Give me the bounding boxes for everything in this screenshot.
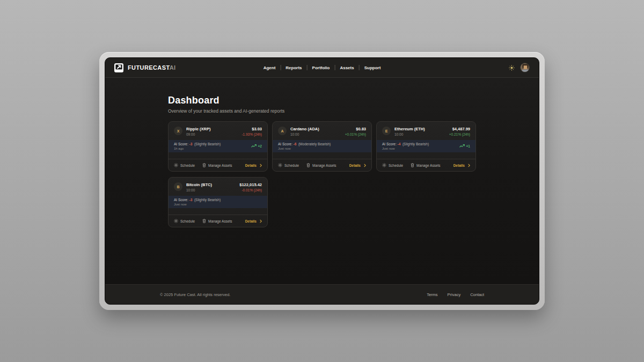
ai-score-label: AI Score: xyxy=(174,142,188,146)
asset-change: -0.01% (24h) xyxy=(239,188,262,192)
asset-card-ripple: X Ripple (XRP) 09:00 $3.03 -1.93% (24h) xyxy=(168,121,268,172)
schedule-button[interactable]: Schedule xyxy=(174,163,195,167)
asset-card-cardano: A Cardano (ADA) 10:00 $0.83 +0.01% (24h) xyxy=(272,121,372,172)
chevron-right-icon xyxy=(468,164,470,167)
manage-assets-button[interactable]: Manage Assets xyxy=(306,163,336,167)
asset-card-bitcoin: B Bitcoin (BTC) 10:00 $122,015.42 -0.01%… xyxy=(168,177,268,227)
ai-score-value: -3 xyxy=(189,198,193,202)
footer-link-contact[interactable]: Contact xyxy=(470,292,484,297)
schedule-button[interactable]: Schedule xyxy=(382,163,403,167)
footer: © 2025 Future Cast. All rights reserved.… xyxy=(105,284,539,304)
page-subtitle: Overview of your tracked assets and AI-g… xyxy=(168,108,476,114)
footer-link-privacy[interactable]: Privacy xyxy=(448,292,461,297)
trend-badge: +1 xyxy=(459,144,470,148)
asset-change: +0.21% (24h) xyxy=(449,132,470,136)
manage-assets-button[interactable]: Manage Assets xyxy=(411,163,440,167)
asset-price: $3.03 xyxy=(241,127,262,131)
asset-coin-icon: X xyxy=(174,127,182,135)
footer-links: Terms Privacy Contact xyxy=(427,292,484,297)
asset-coin-icon: E xyxy=(382,127,391,135)
user-avatar[interactable] xyxy=(520,63,530,72)
main-content: Dashboard Overview of your tracked asset… xyxy=(105,78,539,284)
asset-coin-icon: A xyxy=(278,127,287,135)
brand-logo-icon xyxy=(114,63,123,72)
brand-name: FUTURECASTAI xyxy=(128,64,176,71)
ai-score-band: AI Score: -3 (Slightly Bearish) 1h ago +… xyxy=(169,140,267,152)
details-button[interactable]: Details xyxy=(245,164,262,167)
ai-score-value: -6 xyxy=(294,142,297,146)
asset-card-ethereum: E Ethereum (ETH) 10:00 $4,487.99 +0.21% … xyxy=(376,121,476,172)
ai-score-band: AI Score: -3 (Slightly Bearish) Just now xyxy=(169,196,267,208)
manage-assets-button[interactable]: Manage Assets xyxy=(202,219,232,223)
nav-item-portfolio[interactable]: Portfolio xyxy=(308,65,335,70)
asset-price: $0.83 xyxy=(345,127,366,131)
device-frame: FUTURECASTAI Agent Reports Portfolio Ass… xyxy=(99,52,545,310)
asset-name: Bitcoin (BTC) xyxy=(186,182,212,187)
gear-icon xyxy=(278,163,282,167)
trend-badge: +2 xyxy=(251,144,262,148)
details-button[interactable]: Details xyxy=(349,164,366,167)
nav-item-reports[interactable]: Reports xyxy=(281,65,306,70)
gear-icon xyxy=(174,219,178,223)
details-button[interactable]: Details xyxy=(245,219,262,223)
ai-score-label: AI Score: xyxy=(278,142,292,146)
asset-time: 10:00 xyxy=(394,132,425,136)
asset-change: -1.93% (24h) xyxy=(241,132,262,136)
ai-sentiment: (Moderately Bearish) xyxy=(298,142,331,146)
top-navigation-bar: FUTURECASTAI Agent Reports Portfolio Ass… xyxy=(105,58,539,78)
manage-assets-button[interactable]: Manage Assets xyxy=(202,163,232,167)
ai-score-label: AI Score: xyxy=(174,198,188,202)
ai-score-value: -4 xyxy=(398,142,401,146)
nav-item-support[interactable]: Support xyxy=(360,65,386,70)
ai-sentiment: (Slightly Bearish) xyxy=(402,142,429,146)
theme-toggle-sun-icon[interactable] xyxy=(509,65,515,71)
asset-time: 09:00 xyxy=(186,132,210,136)
asset-time: 10:00 xyxy=(186,188,212,192)
asset-cards-grid: X Ripple (XRP) 09:00 $3.03 -1.93% (24h) xyxy=(168,121,476,227)
nav-item-agent[interactable]: Agent xyxy=(259,65,281,70)
asset-time: 10:00 xyxy=(290,132,319,136)
gear-icon xyxy=(382,163,386,167)
ai-updated: Just now xyxy=(382,147,429,150)
trash-icon xyxy=(411,163,414,167)
asset-name: Ripple (XRP) xyxy=(186,127,210,131)
asset-price: $122,015.42 xyxy=(239,182,262,187)
ai-sentiment: (Slightly Bearish) xyxy=(194,198,221,202)
asset-change: +0.01% (24h) xyxy=(345,132,366,136)
asset-name: Ethereum (ETH) xyxy=(394,127,425,131)
asset-name: Cardano (ADA) xyxy=(290,127,319,131)
gear-icon xyxy=(174,163,178,167)
copyright-text: © 2025 Future Cast. All rights reserved. xyxy=(160,292,230,297)
ai-sentiment: (Slightly Bearish) xyxy=(194,142,221,146)
trash-icon xyxy=(202,219,206,223)
schedule-button[interactable]: Schedule xyxy=(174,219,195,223)
asset-coin-icon: B xyxy=(174,182,182,191)
chevron-right-icon xyxy=(364,164,366,167)
trend-up-icon xyxy=(459,144,465,148)
chevron-right-icon xyxy=(260,219,262,223)
main-nav: Agent Reports Portfolio Assets Support xyxy=(259,65,386,70)
ai-updated: Just now xyxy=(174,203,221,206)
chevron-right-icon xyxy=(260,164,262,167)
schedule-button[interactable]: Schedule xyxy=(278,163,299,167)
details-button[interactable]: Details xyxy=(453,164,470,167)
app-window: FUTURECASTAI Agent Reports Portfolio Ass… xyxy=(105,57,539,305)
footer-link-terms[interactable]: Terms xyxy=(427,292,437,297)
ai-score-value: -3 xyxy=(189,142,193,146)
ai-score-band: AI Score: -6 (Moderately Bearish) Just n… xyxy=(273,140,371,152)
ai-score-label: AI Score: xyxy=(382,142,397,146)
nav-item-assets[interactable]: Assets xyxy=(335,65,358,70)
page-title: Dashboard xyxy=(168,95,476,106)
ai-score-band: AI Score: -4 (Slightly Bearish) Just now… xyxy=(377,140,475,152)
asset-price: $4,487.99 xyxy=(449,127,470,131)
trash-icon xyxy=(202,163,206,167)
trend-up-icon xyxy=(251,144,257,148)
ai-updated: Just now xyxy=(278,147,331,150)
topbar-right-group xyxy=(509,63,530,72)
ai-updated: 1h ago xyxy=(174,147,221,150)
trash-icon xyxy=(306,163,310,167)
